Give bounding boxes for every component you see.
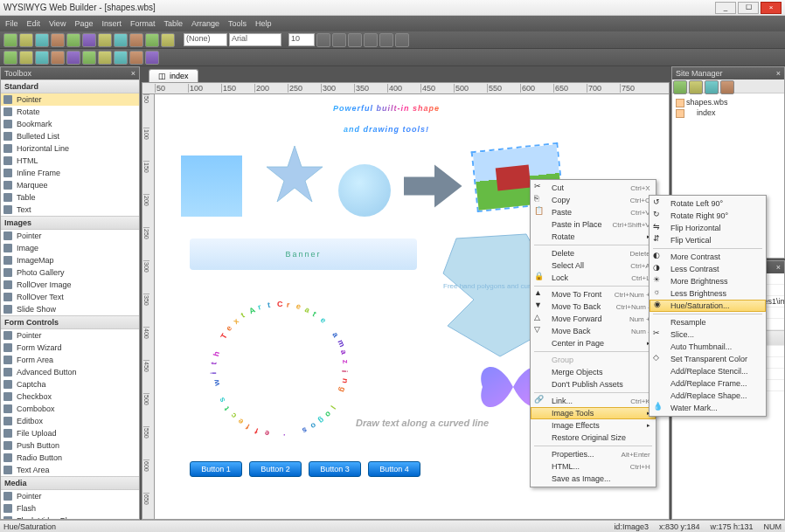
toolbox-item[interactable]: Advanced Button [1, 366, 139, 378]
curved-text[interactable]: Draw text along a curved line [356, 418, 548, 428]
menu-item[interactable]: Add/Replace Frame... [650, 377, 766, 390]
menu-item[interactable]: ▲Move To FrontCtrl+Num + [531, 288, 656, 301]
site-new-icon[interactable] [673, 80, 687, 94]
textart-circle[interactable]: Create amazing logos · effects with Text… [190, 295, 365, 435]
shape-rectangle[interactable] [181, 155, 242, 217]
toolbox-item[interactable]: Pointer [1, 490, 139, 502]
tool-publish-icon[interactable] [82, 33, 96, 47]
menu-item[interactable]: ☀More Brightness [650, 275, 766, 287]
menu-item[interactable]: ⇋Flip Horizontal [650, 222, 766, 234]
tool-new-icon[interactable] [3, 33, 17, 47]
tool-preview-icon[interactable] [66, 33, 80, 47]
menu-item[interactable]: ✂CutCtrl+X [531, 182, 656, 194]
menu-item[interactable]: ⎘CopyCtrl+C [531, 194, 656, 206]
headline-text[interactable]: Powerful built-in shape and drawing tool… [198, 94, 574, 136]
menu-item[interactable]: 🔗Link...Ctrl+K [531, 395, 656, 407]
menu-item[interactable]: Select AllCtrl+A [531, 259, 656, 272]
menu-item[interactable]: Properties...Alt+Enter [531, 448, 656, 460]
shape-circle[interactable] [338, 164, 391, 217]
menu-item[interactable]: ▼Move To BackCtrl+Num - [531, 301, 656, 313]
image-tools-submenu[interactable]: ↺Rotate Left 90°↻Rotate Right 90°⇋Flip H… [649, 195, 767, 417]
menu-edit[interactable]: Edit [27, 19, 41, 28]
menu-item[interactable]: Resample [650, 316, 766, 328]
toolbox-item[interactable]: RollOver Text [1, 291, 139, 303]
shape-rect-icon[interactable] [3, 51, 17, 65]
menu-insert[interactable]: Insert [101, 19, 122, 28]
toolbox-item[interactable]: Radio Button [1, 452, 139, 464]
toolbox-item[interactable]: File Upload [1, 427, 139, 439]
toolbox-item[interactable]: Rotate [1, 106, 139, 118]
menu-item[interactable]: Rotate▸ [531, 231, 656, 243]
maximize-button[interactable]: ☐ [738, 2, 759, 14]
toolbox-item[interactable]: Table [1, 191, 139, 204]
menu-item[interactable]: ◐More Contrast [650, 251, 766, 263]
menu-item[interactable]: ▽Move BackNum - [531, 325, 656, 337]
shape-polygon-icon[interactable] [51, 51, 65, 65]
toolbox-item[interactable]: Checkbox [1, 390, 139, 403]
menu-item[interactable]: 💧Water Mark... [650, 402, 766, 414]
italic-icon[interactable] [332, 33, 346, 47]
menu-item[interactable]: ⇵Flip Vertical [650, 234, 766, 246]
site-edit-icon[interactable] [705, 80, 719, 94]
site-manager-close-icon[interactable]: × [776, 69, 781, 78]
toolbox-close-icon[interactable]: × [131, 69, 135, 78]
toolbox-item[interactable]: Form Area [1, 354, 139, 366]
shape-arrow[interactable] [404, 160, 465, 214]
menu-item[interactable]: Restore Original Size [531, 432, 656, 444]
tree-root[interactable]: shapes.wbs [676, 97, 781, 107]
menu-arrange[interactable]: Arrange [191, 19, 219, 28]
menu-file[interactable]: File [5, 19, 18, 28]
menu-item[interactable]: HTML...Ctrl+H [531, 460, 656, 473]
menu-item[interactable]: △Move ForwardNum + [531, 313, 656, 325]
toolbox-category[interactable]: Form Controls [1, 315, 139, 329]
toolbox-item[interactable]: Text [1, 204, 139, 216]
toolbox-item[interactable]: Pointer [1, 93, 139, 106]
menu-item[interactable]: DeleteDelete [531, 247, 656, 259]
align-center-icon[interactable] [379, 33, 393, 47]
menu-format[interactable]: Format [130, 19, 156, 28]
toolbox-item[interactable]: Text Area [1, 464, 139, 476]
banner-shape[interactable]: Banner [190, 238, 417, 270]
menu-item[interactable]: Image Tools▸ [531, 407, 656, 419]
menu-item[interactable]: Auto Thumbnail... [650, 341, 766, 353]
toolbox-item[interactable]: Editbox [1, 415, 139, 427]
shape-callout-icon[interactable] [98, 51, 112, 65]
menu-item[interactable]: ↺Rotate Left 90° [650, 197, 766, 210]
tool-undo-icon[interactable] [145, 33, 159, 47]
toolbox-item[interactable]: Push Button [1, 439, 139, 452]
align-left-icon[interactable] [364, 33, 378, 47]
ui-button[interactable]: Button 1 [190, 461, 242, 477]
toolbox-item[interactable]: RollOver Image [1, 279, 139, 291]
menu-item[interactable]: Save as Image... [531, 473, 656, 485]
align-right-icon[interactable] [395, 33, 409, 47]
tool-copy-icon[interactable] [114, 33, 128, 47]
toolbox-item[interactable]: Pointer [1, 329, 139, 342]
shape-line-icon[interactable] [19, 51, 33, 65]
shape-arrow-icon[interactable] [82, 51, 96, 65]
properties-close-icon[interactable]: × [776, 263, 781, 272]
menu-item[interactable]: Paste in PlaceCtrl+Shift+V [531, 218, 656, 231]
site-clone-icon[interactable] [720, 80, 734, 94]
toolbox-category[interactable]: Images [1, 216, 139, 230]
toolbox-item[interactable]: Inline Frame [1, 167, 139, 179]
toolbox-item[interactable]: Flash Video Player [1, 515, 139, 519]
shape-ellipse-icon[interactable] [35, 51, 49, 65]
tool-print-icon[interactable] [51, 33, 65, 47]
tool-open-icon[interactable] [19, 33, 33, 47]
menu-item[interactable]: 🔒LockCtrl+L [531, 272, 656, 284]
font-size-select[interactable]: 10 [288, 33, 315, 46]
shape-star-icon[interactable] [66, 51, 80, 65]
menu-item[interactable]: ✂Slice... [650, 328, 766, 341]
font-select[interactable]: Arial [229, 33, 281, 46]
menu-view[interactable]: View [49, 19, 66, 28]
toolbox-item[interactable]: ImageMap [1, 254, 139, 266]
underline-icon[interactable] [348, 33, 362, 47]
tool-redo-icon[interactable] [161, 33, 175, 47]
ui-button[interactable]: Button 2 [249, 461, 302, 477]
toolbox-item[interactable]: Horizontal Line [1, 142, 139, 155]
toolbox-item[interactable]: Image [1, 242, 139, 254]
bold-icon[interactable] [316, 33, 330, 47]
toolbox-category[interactable]: Standard [1, 79, 139, 93]
toolbox-item[interactable]: Flash [1, 502, 139, 515]
toolbox-item[interactable]: Bulleted List [1, 130, 139, 142]
